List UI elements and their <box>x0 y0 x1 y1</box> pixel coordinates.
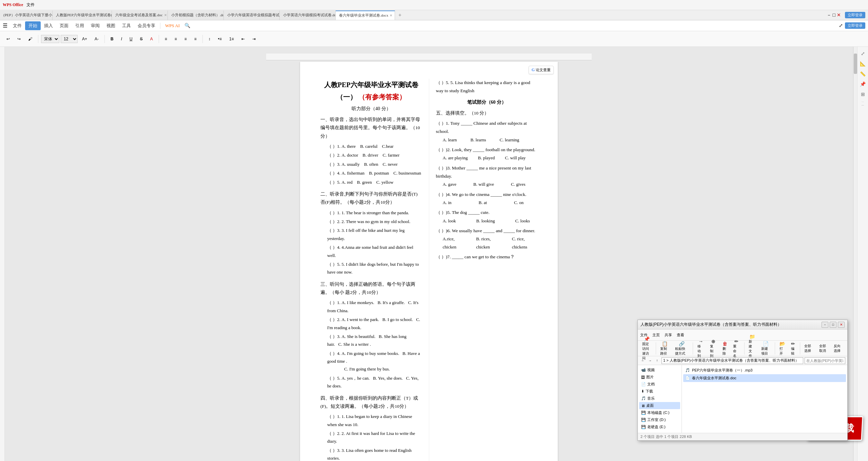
fm-copy-button[interactable]: ⊕ 复制到 <box>708 343 719 354</box>
fm-move-button[interactable]: → 移动到 <box>695 343 707 354</box>
listening-header: 听力部分（40 分） <box>320 104 422 113</box>
fm-copy-path-button[interactable]: 📋 复制路径 <box>658 343 672 354</box>
fm-nav-buttons: ← → ↑ <box>640 358 660 364</box>
close-button[interactable]: ✕ <box>837 12 841 18</box>
fm-open-button[interactable]: 📂 打开 <box>777 343 788 354</box>
undo-button[interactable]: ↩ <box>3 34 13 44</box>
menu-review[interactable]: 审阅 <box>87 21 103 30</box>
fm-paste-shortcut-button[interactable]: 🔗 粘贴快捷方式 <box>673 343 691 354</box>
align-center-button[interactable]: ≡ <box>172 34 180 44</box>
tab-close-7[interactable]: ✕ <box>390 14 392 17</box>
sidebar-btn-1[interactable]: ⤢ <box>859 49 867 58</box>
fm-file-0[interactable]: 🎵 PEP六年级毕业水平测卷（一）.mp3 <box>683 366 846 374</box>
paper-check-button[interactable]: G 论文查重 <box>529 66 554 74</box>
fm-nav-video[interactable]: 📹 视频 <box>639 366 680 374</box>
fm-address-input[interactable] <box>662 357 803 364</box>
fm-nav-docs[interactable]: 📄 文档 <box>639 381 680 388</box>
menu-file[interactable]: 文件 <box>9 21 25 30</box>
fm-noneselect-button[interactable]: 反向选择 <box>831 343 845 354</box>
menu-hamburger[interactable]: ☰ <box>3 22 7 29</box>
line-spacing-button[interactable]: ↕ <box>205 34 214 44</box>
fm-forward-button[interactable]: → <box>647 358 653 364</box>
new-tab-button[interactable]: + <box>395 12 405 18</box>
numbering-button[interactable]: 1≡ <box>226 34 237 44</box>
menu-tools[interactable]: 工具 <box>119 21 134 30</box>
sidebar-btn-5[interactable]: ⊞ <box>859 90 867 98</box>
fm-tab-share[interactable]: 共享 <box>662 329 674 340</box>
format-painter-button[interactable]: 🖌 <box>25 34 35 44</box>
color-button[interactable]: A <box>147 34 156 44</box>
fm-tab-home[interactable]: 主页 <box>650 329 662 340</box>
fm-nav-drive-d[interactable]: 💾 工作室 (D:) <box>639 416 680 423</box>
menu-reference[interactable]: 引用 <box>72 21 87 30</box>
menu-page[interactable]: 页面 <box>56 21 72 30</box>
right-sidebar: ⤢ 📐 📏 📌 ⊞ ··· <box>857 47 868 461</box>
fm-fullselect-button[interactable]: 全部选择 <box>802 343 816 354</box>
fm-file-1[interactable]: 📄 春六年级业水平测试卷.doc <box>683 374 846 382</box>
right-icon-1[interactable]: ⤢ <box>839 23 843 28</box>
tab-7[interactable]: 春六年级毕业水平测试卷.docx ✕ <box>336 11 395 20</box>
fm-nav-downloads[interactable]: ⬇ 下载 <box>639 388 680 395</box>
menu-view[interactable]: 视图 <box>103 21 119 30</box>
fm-close-button[interactable]: ✕ <box>838 322 845 328</box>
tab-1-label: (PEP）小学英语六年级下册小升初测 <box>3 13 53 18</box>
menu-vip[interactable]: 会员专享 <box>134 21 159 30</box>
fm-invertselect-button[interactable]: 全部取消 <box>817 343 831 354</box>
fm-search-input[interactable] <box>805 357 845 364</box>
menu-insert[interactable]: 插入 <box>41 21 56 30</box>
tab-4[interactable]: 小升初模拟题（含听力材料）.doc ✕ <box>168 11 224 20</box>
align-right-button[interactable]: ≡ <box>181 34 190 44</box>
underline-button[interactable]: U <box>126 34 136 44</box>
bold-button[interactable]: B <box>107 34 117 44</box>
search-icon[interactable]: 🔍 <box>184 23 190 28</box>
fm-nav-music[interactable]: 🎵 音乐 <box>639 395 680 402</box>
fm-nav-desktop[interactable]: 🖥 桌面 <box>639 402 680 409</box>
fm-up-button[interactable]: ↑ <box>654 358 660 364</box>
bullet-button[interactable]: •≡ <box>215 34 225 44</box>
login-button[interactable]: 立即登录 <box>845 12 865 18</box>
vertical-scrollbar[interactable] <box>853 47 857 461</box>
indent-left-button[interactable]: ⇤ <box>238 34 248 44</box>
indent-right-button[interactable]: ⇥ <box>249 34 259 44</box>
maximize-button[interactable]: □ <box>833 13 835 18</box>
font-grow-button[interactable]: A+ <box>79 34 90 44</box>
fm-tab-view[interactable]: 查看 <box>674 329 687 340</box>
fm-minimize-button[interactable]: － <box>822 322 828 328</box>
tab-6[interactable]: 小学英语六年级模拟考试试卷.docx ✕ <box>280 11 336 20</box>
fm-nav-drive-c[interactable]: 💾 本地磁盘 (C:) <box>639 409 680 416</box>
fm-new-item-button[interactable]: 📄 新建项目 <box>759 343 773 354</box>
font-shrink-button[interactable]: A- <box>92 34 102 44</box>
tab-3[interactable]: 六年级业业考试卷及答案.doc ✕ <box>112 11 168 20</box>
align-justify-button[interactable]: ≡ <box>191 34 200 44</box>
strikethrough-button[interactable]: S <box>137 34 146 44</box>
fm-nav-drive-e[interactable]: 💾 老硬盘 (E:) <box>639 423 680 430</box>
right-icon-2[interactable]: 立即登录 <box>845 22 865 29</box>
fm-new-folder-button[interactable]: 📁 新建文件夹 <box>746 343 758 354</box>
tab-2[interactable]: 人教版PEP六年级毕业水平测试卷(二) ✕ <box>53 11 112 20</box>
font-size-select[interactable]: 12 <box>61 35 78 43</box>
top-menu-file[interactable]: 文件 <box>25 2 36 8</box>
menu-home[interactable]: 开始 <box>25 21 41 30</box>
sidebar-btn-2[interactable]: 📐 <box>859 60 867 68</box>
sidebar-btn-4[interactable]: 📌 <box>859 80 867 88</box>
sidebar-btn-3[interactable]: 📏 <box>859 70 867 78</box>
minimize-button[interactable]: － <box>827 12 831 18</box>
scroll-thumb[interactable] <box>854 54 857 74</box>
fm-back-button[interactable]: ← <box>640 358 646 364</box>
fm-nav-images[interactable]: 🖼 图片 <box>639 374 680 381</box>
italic-button[interactable]: I <box>118 34 125 44</box>
tab-5[interactable]: 小学六年级英语毕业模拟题考试卷（节 ✕ <box>224 11 280 20</box>
document-scroll[interactable]: G 论文查重 人教PEP六年级毕业水平测试卷（一） （有参考答案） <box>5 47 853 461</box>
fm-delete-button[interactable]: 🗑 删除 <box>720 343 730 354</box>
tab-close-3[interactable]: ✕ <box>164 13 167 17</box>
tab-1[interactable]: (PEP）小学英语六年级下册小升初测 ✕ <box>0 11 53 20</box>
fm-rename-button[interactable]: ✏ 重命名 <box>731 343 742 354</box>
fm-edit-button[interactable]: ✏ 编辑 <box>789 343 798 354</box>
sidebar-more[interactable]: ··· <box>862 102 864 107</box>
align-left-button[interactable]: ≡ <box>162 34 170 44</box>
redo-button[interactable]: ↪ <box>14 34 24 44</box>
fm-pin-button[interactable]: 📌 固定访问速访问 <box>640 343 654 354</box>
fm-restore-button[interactable]: □ <box>830 322 836 328</box>
font-family-select[interactable]: 宋体 <box>41 35 59 43</box>
menu-wpsai[interactable]: WPS AI <box>162 22 183 30</box>
